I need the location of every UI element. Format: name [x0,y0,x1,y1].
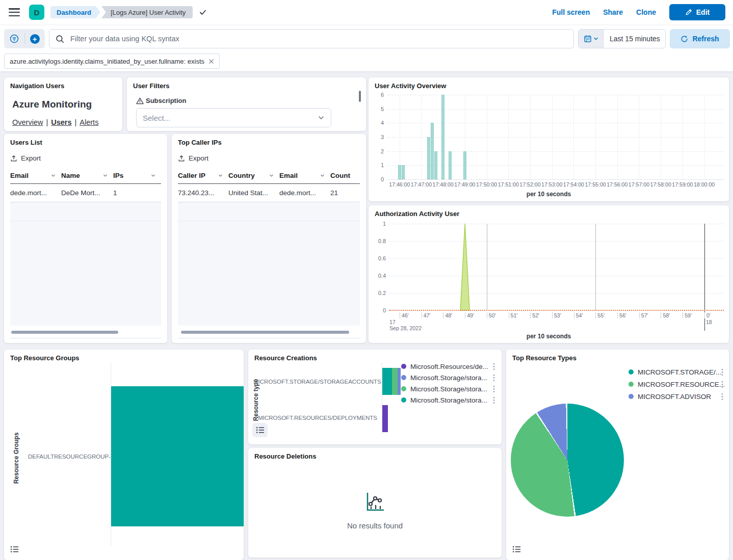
column-header-count[interactable]: Count [330,172,360,179]
column-header-email[interactable]: Email [279,172,330,179]
legend-item[interactable]: Microsoft.Resources/de... [401,361,488,371]
column-header-country[interactable]: Country [228,172,279,179]
panel-title[interactable]: User Activity Overview [375,82,446,90]
legend-dot [401,375,406,380]
cell-ips: 1 [113,184,161,202]
bar-segment[interactable] [382,405,388,432]
histogram-bar[interactable] [463,151,466,179]
legend-toggle-icon[interactable] [512,545,521,553]
panel-title[interactable]: Top Resource Types [512,354,577,362]
panel-title[interactable]: Resource Creations [254,354,317,362]
pie-chart[interactable] [511,404,624,517]
export-button[interactable]: Export [10,154,41,162]
legend-dot [629,382,634,387]
bar-segment[interactable] [398,368,401,395]
scrollbar-thumb[interactable] [11,331,118,334]
x-tick-label: 54' [574,312,583,318]
panel-title[interactable]: Navigation Users [10,82,64,90]
histogram-bar[interactable] [402,165,405,179]
legend-menu-icon[interactable] [721,368,724,376]
time-range-value[interactable]: Last 15 minutes [604,30,665,48]
saved-query-button[interactable] [4,29,24,48]
panel-title[interactable]: Resource Deletions [254,452,316,460]
remove-filter-icon[interactable] [208,59,214,64]
full-screen-link[interactable]: Full screen [552,8,590,16]
no-results-text: No results found [248,521,502,530]
panel-scrollbar[interactable] [359,91,361,102]
edit-button[interactable]: Edit [669,4,725,20]
histogram-bar[interactable] [427,137,430,179]
legend-menu-icon[interactable] [492,374,495,382]
x-tick-label: 46' [400,312,409,318]
stacked-bar[interactable] [382,405,388,432]
top-resource-types-panel: Top Resource Types MICROSOFT.STORAGE/...… [506,350,729,560]
legend-menu-icon[interactable] [492,396,495,404]
share-link[interactable]: Share [603,8,623,16]
legend-menu-icon[interactable] [492,385,495,393]
x-tick-label: 52' [530,312,539,318]
calendar-dropdown[interactable] [579,30,604,48]
kql-search-input[interactable] [69,34,573,43]
panel-title[interactable]: Authorization Activity User [375,210,459,218]
legend-dot [401,364,406,369]
breadcrumb-dashboard[interactable]: Dashboard [50,6,100,18]
legend-menu-icon[interactable] [721,381,724,388]
subscription-select[interactable]: Select... [136,108,331,127]
nav-link-overview[interactable]: Overview [12,118,43,126]
scrollbar-thumb[interactable] [181,331,349,334]
gridline [387,95,724,95]
stacked-bar[interactable] [382,368,401,395]
sort-chevron-icon [150,173,156,178]
legend-toggle-icon[interactable] [10,545,19,553]
panel-title[interactable]: User Filters [133,82,170,90]
histogram-bar[interactable] [449,151,452,179]
refresh-button[interactable]: Refresh [670,29,730,48]
x-tick-label: 17:54:00 [563,181,584,188]
legend-item[interactable]: Microsoft.Storage/stora... [401,384,487,394]
x-tick-label: 17:56:00 [607,181,627,188]
active-filter-pill[interactable]: azure.activitylogs.identity.claims_initi… [4,54,220,69]
resource-group-bar[interactable] [111,386,244,526]
panel-title[interactable]: Top Caller IPs [178,139,222,146]
user-filters-panel: User Filters Subscription Select... [127,77,366,131]
nav-link-users[interactable]: Users [51,118,71,126]
add-filter-button[interactable]: + [24,29,45,48]
filter-pill-label: azure.activitylogs.identity.claims_initi… [10,58,204,65]
bar-segment[interactable] [392,368,398,395]
gridline [387,165,724,166]
dashboard-logo[interactable]: D [29,5,44,20]
legend-menu-icon[interactable] [721,393,724,401]
y-tick-label: 2 [370,148,384,154]
histogram-bar[interactable] [434,151,437,179]
kql-search-bar[interactable] [49,29,574,48]
legend-menu-icon[interactable] [492,363,495,370]
legend-item[interactable]: Microsoft.Storage/stora... [401,372,487,383]
histogram-bar[interactable] [398,165,401,179]
histogram-bar[interactable] [441,95,444,179]
export-button[interactable]: Export [178,154,208,162]
nav-link-alerts[interactable]: Alerts [80,118,98,126]
column-header-name[interactable]: Name [61,172,113,179]
cell-count: 21 [330,184,360,202]
warning-triangle-icon [136,97,144,104]
legend-toggle-icon[interactable] [252,423,268,437]
legend-item[interactable]: MICROSOFT.ADVISOR [629,391,711,402]
column-header-ips[interactable]: IPs [113,172,161,179]
y-tick-label: 0 [372,307,386,313]
histogram-bar[interactable] [431,123,434,179]
clone-link[interactable]: Clone [636,8,656,16]
bar-segment[interactable] [382,368,392,395]
column-header-caller-ip[interactable]: Caller IP [178,172,228,179]
legend-item[interactable]: MICROSOFT.STORAGE/... [629,367,721,377]
panel-title[interactable]: Top Resource Groups [10,354,80,362]
legend-item[interactable]: Microsoft.Storage/stora... [401,395,487,405]
legend-item[interactable]: MICROSOFT.RESOURCE... [629,379,725,389]
gridline [683,95,683,179]
column-header-email[interactable]: Email [10,172,61,179]
legend-dot [629,394,634,399]
gridline [530,95,531,179]
menu-icon[interactable] [9,8,20,16]
panel-title[interactable]: Users List [10,139,42,146]
top-caller-ips-panel: Top Caller IPs Export Caller IP Country … [172,134,366,343]
time-range-picker[interactable]: Last 15 minutes [578,29,666,48]
